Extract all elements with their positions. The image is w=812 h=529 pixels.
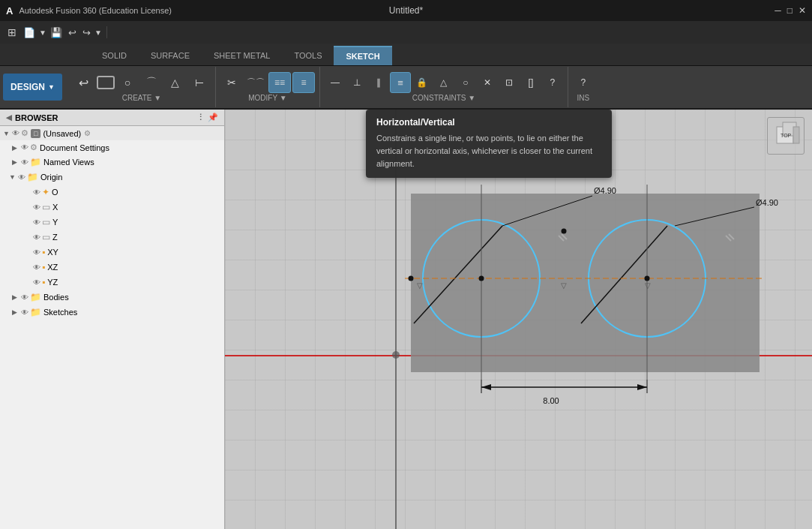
polygon-tool-btn[interactable]: △ <box>164 72 187 93</box>
browser-options-btn[interactable]: ⋮ <box>196 113 205 122</box>
tab-tools[interactable]: TOOLS <box>282 46 334 65</box>
perpendicular-btn[interactable]: △ <box>433 72 454 93</box>
browser-item-bodies[interactable]: ▶ 👁 📁 Bodies <box>0 290 224 305</box>
workspace-tabs: SOLID SURFACE SHEET METAL TOOLS SKETCH <box>0 44 812 66</box>
browser-item-yz[interactable]: 👁 ▪ YZ <box>0 275 224 290</box>
eye-icon-o[interactable]: 👁 <box>33 188 40 197</box>
browser-label-o: O <box>52 188 58 197</box>
sketch-svg: ▽ ▽ ▽ Ø4.90 Ø4.90 8.00 <box>225 110 812 529</box>
browser-item-z[interactable]: 👁 ▭ Z <box>0 230 224 245</box>
browser-label-sketches: Sketches <box>43 308 77 317</box>
expand-arrow-unsaved[interactable]: ▼ <box>3 130 12 137</box>
app-icon: A <box>6 5 13 17</box>
eye-icon-x[interactable]: 👁 <box>33 203 40 212</box>
save-btn[interactable]: 💾 <box>48 27 64 38</box>
fixed-btn[interactable]: 🔒 <box>412 72 433 93</box>
eye-icon-sketches[interactable]: 👁 <box>21 308 28 317</box>
browser-item-o[interactable]: 👁 ✦ O <box>0 185 224 200</box>
plane-icon-xz: ▪ <box>42 262 45 272</box>
eye-icon-xz[interactable]: 👁 <box>33 263 40 272</box>
browser-item-doc-settings[interactable]: ▶ 👁 ⚙ Document Settings <box>0 140 224 155</box>
design-mode-btn[interactable]: DESIGN ▼ <box>3 74 62 101</box>
design-label: DESIGN <box>10 82 45 92</box>
tab-sketch[interactable]: SKETCH <box>334 46 391 65</box>
concentric-btn[interactable]: ∥ <box>368 72 389 93</box>
coincident-btn[interactable]: — <box>325 72 346 93</box>
project-btn[interactable]: ≡≡ <box>268 72 291 93</box>
constraints-section: — ⊥ ∥ ≡ 🔒 △ ○ ✕ ⊡ [] ? CONSTRAINTS ▼ <box>320 67 568 107</box>
browser-item-sketches[interactable]: ▶ 👁 📁 Sketches <box>0 305 224 320</box>
browser-label-z: Z <box>52 233 58 242</box>
axis-icon-x: ▭ <box>42 202 50 212</box>
tab-surface[interactable]: SURFACE <box>139 46 202 65</box>
collinear-btn[interactable]: ⊥ <box>346 72 367 93</box>
offset-btn[interactable]: ⌒⌒ <box>244 72 267 93</box>
rectangle-tool-btn[interactable] <box>97 76 115 89</box>
constraints-label[interactable]: CONSTRAINTS ▼ <box>412 94 475 102</box>
close-btn[interactable]: ✕ <box>799 5 806 16</box>
eye-icon-bodies[interactable]: 👁 <box>21 293 28 302</box>
eye-icon-named-views[interactable]: 👁 <box>21 158 28 167</box>
browser-item-xy[interactable]: 👁 ▪ XY <box>0 245 224 260</box>
expand-arrow-doc[interactable]: ▶ <box>12 144 21 152</box>
line-tool-btn[interactable]: ↩ <box>73 72 95 93</box>
smooth-btn[interactable]: ✕ <box>477 72 498 93</box>
canvas-area[interactable]: ▽ ▽ ▽ Ø4.90 Ø4.90 8.00 Horizontal/Vertic… <box>225 110 812 529</box>
tab-sheet-metal[interactable]: SHEET METAL <box>202 46 282 65</box>
browser-label-xz: XZ <box>47 263 58 272</box>
browser-item-x[interactable]: 👁 ▭ X <box>0 200 224 215</box>
maximize-btn[interactable]: □ <box>787 5 793 16</box>
midpoint-btn[interactable]: ≡ <box>390 72 411 93</box>
dim-label-right: Ø4.90 <box>756 198 778 207</box>
new-btn[interactable]: 📄 <box>21 27 37 38</box>
axis-icon-z: ▭ <box>42 232 50 242</box>
app-title: Autodesk Fusion 360 (Education License) <box>19 6 172 15</box>
trim-btn[interactable]: ✂ <box>220 72 243 93</box>
svg-rect-19 <box>793 127 799 143</box>
expand-arrow-origin[interactable]: ▼ <box>9 173 18 181</box>
eye-icon-yz[interactable]: 👁 <box>33 278 40 287</box>
expand-arrow-named-views[interactable]: ▶ <box>12 158 21 166</box>
nav-cube[interactable]: TOP <box>767 117 805 155</box>
equal-btn[interactable]: [] <box>520 72 541 93</box>
eye-icon-xy[interactable]: 👁 <box>33 248 40 257</box>
spline-tool-btn[interactable]: ⊢ <box>188 72 211 93</box>
svg-point-4 <box>645 276 650 281</box>
app-menu-btn[interactable]: ⊞ <box>4 26 19 38</box>
modify-label[interactable]: MODIFY ▼ <box>248 94 286 102</box>
svg-marker-1 <box>637 384 647 390</box>
browser-panel: ◀ BROWSER ⋮ 📌 ▼ 👁 ⚙ □ (Unsaved) ⚙ ▶ 👁 ⚙ … <box>0 110 225 529</box>
horiz-vert-btn[interactable]: ? <box>542 72 563 93</box>
tangent-btn[interactable]: ○ <box>455 72 476 93</box>
browser-pin-btn[interactable]: 📌 <box>208 113 218 122</box>
browser-item-named-views[interactable]: ▶ 👁 📁 Named Views <box>0 155 224 170</box>
dim-label-left: Ø4.90 <box>594 186 616 195</box>
eye-icon-unsaved[interactable]: 👁 <box>12 129 19 137</box>
eye-icon-origin[interactable]: 👁 <box>18 173 25 182</box>
browser-item-xz[interactable]: 👁 ▪ XZ <box>0 260 224 275</box>
undo-btn[interactable]: ↩ <box>66 27 79 38</box>
history-dropdown-btn[interactable]: ▼ <box>94 29 102 37</box>
inspect-btn[interactable]: ? <box>573 72 594 93</box>
unsaved-settings-btn[interactable]: ⚙ <box>84 129 91 137</box>
minimize-btn[interactable]: ─ <box>775 5 781 16</box>
more-modify-btn[interactable]: ≡ <box>292 72 315 93</box>
browser-item-origin[interactable]: ▼ 👁 📁 Origin <box>0 170 224 185</box>
expand-arrow-bodies[interactable]: ▶ <box>12 293 21 301</box>
design-dropdown-arrow: ▼ <box>48 83 55 91</box>
eye-icon-doc[interactable]: 👁 <box>21 143 28 152</box>
svg-point-3 <box>479 276 484 281</box>
browser-item-unsaved[interactable]: ▼ 👁 ⚙ □ (Unsaved) ⚙ <box>0 126 224 140</box>
browser-collapse-btn[interactable]: ◀ <box>6 113 12 122</box>
create-label[interactable]: CREATE ▼ <box>122 94 162 102</box>
arc-tool-btn[interactable]: ⌒ <box>140 72 163 93</box>
expand-arrow-sketches[interactable]: ▶ <box>12 308 21 316</box>
symmetric-btn[interactable]: ⊡ <box>499 72 520 93</box>
browser-item-y[interactable]: 👁 ▭ Y <box>0 215 224 230</box>
new-dropdown-btn[interactable]: ▼ <box>39 29 46 37</box>
circle-tool-btn[interactable]: ○ <box>116 72 139 93</box>
eye-icon-z[interactable]: 👁 <box>33 233 40 242</box>
eye-icon-y[interactable]: 👁 <box>33 218 40 227</box>
tab-solid[interactable]: SOLID <box>90 46 139 65</box>
redo-btn[interactable]: ↪ <box>80 27 93 38</box>
